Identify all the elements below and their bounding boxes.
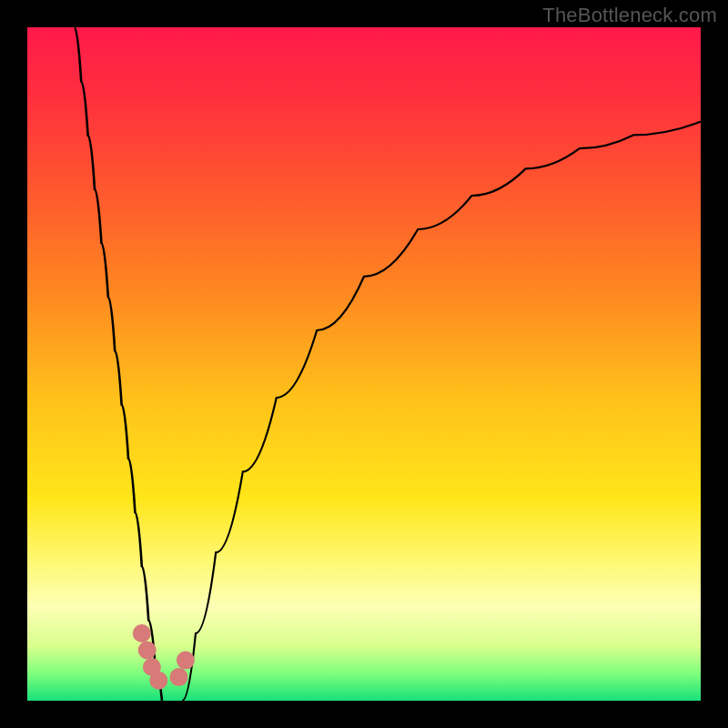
data-point: [133, 624, 151, 642]
data-point: [138, 642, 157, 660]
chart-canvas: [27, 27, 701, 701]
data-point: [149, 672, 167, 690]
gradient-background: [27, 27, 701, 701]
chart-frame: TheBottleneck.com: [0, 0, 728, 728]
plot-area: [27, 27, 701, 701]
data-point: [170, 668, 188, 686]
watermark-text: TheBottleneck.com: [542, 4, 717, 27]
data-point: [177, 652, 195, 670]
